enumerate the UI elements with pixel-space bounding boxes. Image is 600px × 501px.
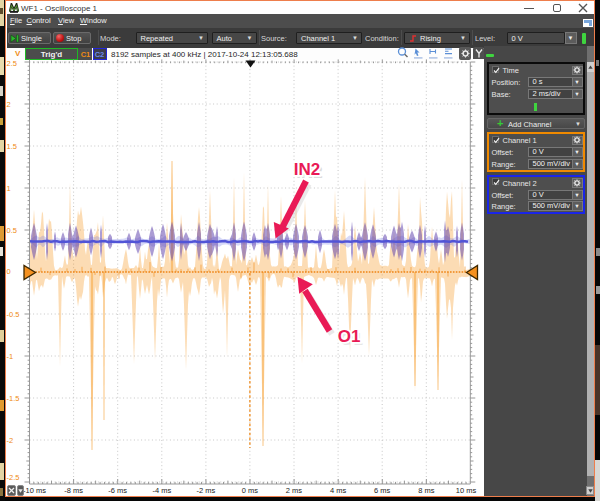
svg-text:O1: O1 — [338, 327, 361, 346]
svg-text:IN2: IN2 — [294, 160, 320, 179]
